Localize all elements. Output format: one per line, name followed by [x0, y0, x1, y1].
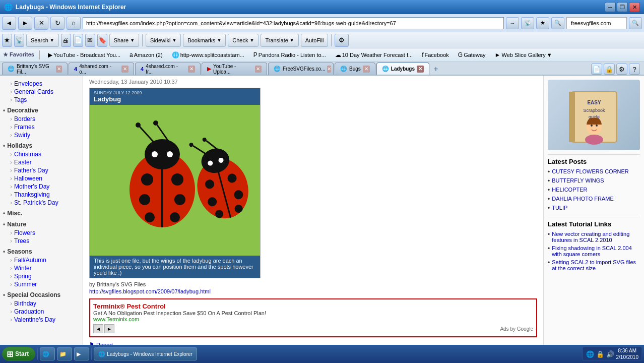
fav-facebook[interactable]: f Facebook	[419, 50, 452, 59]
sidebar-cat-misc[interactable]: • Misc.	[3, 209, 80, 218]
post-link-tulip[interactable]: TULIP	[552, 205, 567, 212]
sidebar-item-thanksgiving[interactable]: Thanksgiving	[3, 191, 80, 199]
ad-prev-button[interactable]: ◄	[93, 324, 103, 333]
share-button[interactable]: Share ▼	[109, 34, 139, 47]
check-button[interactable]: Check ▼	[228, 34, 259, 47]
autofill-button[interactable]: AutoFill	[301, 34, 329, 47]
tutorial-link-3[interactable]: Setting SCAL2 to import SVG files at the…	[552, 259, 640, 271]
search-button[interactable]: Search ▼	[26, 34, 59, 47]
sidebar-item-flowers[interactable]: Flowers	[3, 229, 80, 237]
bookmark-icon[interactable]: 🔖	[97, 34, 107, 47]
post-link-cutesy[interactable]: CUTESY FLOWERS CORNER	[552, 168, 629, 175]
fav-webslice[interactable]: ► Web Slice Gallery ▼	[492, 50, 555, 59]
tutorial-link-2[interactable]: Fixing shadowing in SCAL 2.004 with squa…	[552, 245, 640, 257]
restore-button[interactable]: ❐	[617, 2, 628, 12]
home-button[interactable]: ⌂	[67, 17, 81, 30]
sidebar-item-mothersday[interactable]: Mother's Day	[3, 183, 80, 191]
page-icon[interactable]: 📄	[73, 34, 83, 47]
sidebar-item-christmas[interactable]: Christmas	[3, 150, 80, 158]
sidebar-cat-nature[interactable]: • Nature	[3, 220, 80, 229]
fav-star-button[interactable]: ★	[536, 17, 549, 29]
toolbar-extra-icon[interactable]: ⚙	[335, 34, 349, 47]
post-link-butterfly[interactable]: BUTTERFLY WINGS	[552, 177, 604, 185]
toolbar-feed-icon[interactable]: 📡	[14, 34, 24, 47]
sidebar-cat-decorative[interactable]: • Decorative	[3, 106, 80, 115]
scrapbook-ad[interactable]: EASY Scrapbook guide	[548, 80, 640, 150]
sidebar-item-borders[interactable]: Borders	[3, 115, 80, 123]
sidebar-item-valentinesday[interactable]: Valentine's Day	[3, 316, 80, 324]
quicklaunch-media[interactable]: ▶	[74, 347, 89, 360]
post-link-dahlia[interactable]: DAHLIA PHOTO FRAME	[552, 196, 614, 203]
tab-4shared-1[interactable]: 4 4shared.com - o... ✕	[69, 63, 134, 75]
ad-next-button[interactable]: ►	[104, 324, 114, 333]
article-blog-link[interactable]: http://svgfiles.blogspot.com/2009/07/lad…	[89, 288, 537, 294]
fav-splitcoast[interactable]: 🌐 http-www.splitcoaststam...	[169, 50, 247, 59]
sidebar-cat-seasons[interactable]: • Seasons	[3, 247, 80, 256]
sidebar-cat-holidays[interactable]: • Holidays	[3, 141, 80, 150]
refresh-button[interactable]: ↻	[50, 17, 65, 30]
sidebar-item-fathersday[interactable]: Father's Day	[3, 166, 80, 174]
ad-title[interactable]: Terminix® Pest Control	[93, 302, 533, 310]
tab-youtube[interactable]: ▶ YouTube - Uploa... ✕	[202, 63, 267, 75]
page-menu-button[interactable]: 📄	[591, 64, 602, 75]
quicklaunch-folder[interactable]: 📁	[57, 347, 72, 360]
sidebar-item-envelopes[interactable]: Envelopes	[3, 80, 80, 88]
close-button[interactable]: ✕	[629, 2, 640, 12]
sidebar-item-stpatricks[interactable]: St. Patrick's Day	[3, 199, 80, 207]
translate-button[interactable]: Translate ▼	[261, 34, 298, 47]
search-go-button[interactable]: 🔍	[629, 17, 642, 29]
quicklaunch-ie[interactable]: 🌐	[40, 347, 55, 360]
start-button[interactable]: ⊞ Start	[2, 347, 35, 361]
tab-close-4shared1[interactable]: ✕	[121, 66, 128, 73]
sidebar-cat-specialoccasions[interactable]: • Special Occasions	[3, 290, 80, 299]
tab-close-brittanys[interactable]: ✕	[56, 66, 62, 73]
tab-ladybugs[interactable]: 🌐 Ladybugs ✕	[376, 63, 429, 75]
fav-gateway[interactable]: G Gateway	[455, 50, 489, 59]
sidebar-item-winter[interactable]: Winter	[3, 264, 80, 272]
tutorial-link-1[interactable]: New vector creating and editing features…	[552, 231, 640, 243]
post-link-helicopter[interactable]: HELICOPTER	[552, 187, 587, 194]
sidebar-item-spring[interactable]: Spring	[3, 272, 80, 280]
sidebar-item-easter[interactable]: Easter	[3, 158, 80, 166]
tab-close-4shared2[interactable]: ✕	[188, 66, 195, 73]
toolbar-fav-icon[interactable]: ★	[2, 34, 12, 47]
tab-close-ladybugs[interactable]: ✕	[417, 66, 424, 73]
bookmarks-button[interactable]: Bookmarks ▼	[183, 34, 226, 47]
tools-menu-button[interactable]: ⚙	[616, 64, 627, 75]
fav-amazon[interactable]: a Amazon (2)	[126, 50, 166, 59]
fav-weather[interactable]: ☁ 10 Day Weather Forecast f...	[332, 50, 416, 59]
sidebar-item-fallautumn[interactable]: Fall/Autumn	[3, 256, 80, 264]
tab-bugs[interactable]: 🌐 Bugs ✕	[335, 63, 375, 75]
new-tab-button[interactable]: +	[430, 64, 441, 75]
taskbar-ie-button[interactable]: 🌐 Ladybugs - Windows Internet Explorer	[94, 347, 197, 360]
tab-brittanys-svg[interactable]: 🌐 Brittany's SVG Fil... ✕	[2, 63, 68, 75]
mail-icon[interactable]: ✉	[85, 34, 95, 47]
go-button[interactable]: →	[506, 17, 519, 29]
address-input[interactable]	[83, 17, 504, 29]
tab-close-freesvg[interactable]: ✕	[327, 66, 331, 73]
stop-button[interactable]: ✕	[34, 17, 48, 30]
sidebar-item-halloween[interactable]: Halloween	[3, 174, 80, 183]
volume-tray-icon[interactable]: 🔊	[606, 350, 614, 358]
fav-youtube[interactable]: ▶ YouTube - Broadcast You...	[45, 50, 123, 59]
sidebar-item-birthday[interactable]: Birthday	[3, 299, 80, 308]
sidebar-item-graduation[interactable]: Graduation	[3, 308, 80, 316]
tab-4shared-2[interactable]: 4 4shared.com - fr... ✕	[135, 63, 201, 75]
sidebar-item-generalcards[interactable]: General Cards	[3, 88, 80, 96]
sidebar-item-tags[interactable]: Tags	[3, 96, 80, 104]
print-icon[interactable]: 🖨	[61, 34, 71, 47]
rss-button[interactable]: 📡	[521, 17, 534, 29]
tab-close-youtube[interactable]: ✕	[255, 66, 262, 73]
sidewiki-button[interactable]: Sidewiki ▼	[146, 34, 181, 47]
forward-button[interactable]: ►	[18, 17, 32, 30]
sidebar-item-trees[interactable]: Trees	[3, 237, 80, 245]
safety-menu-button[interactable]: 🔒	[604, 64, 615, 75]
sidebar-item-frames[interactable]: Frames	[3, 123, 80, 131]
minimize-button[interactable]: ─	[605, 2, 616, 12]
back-button[interactable]: ◄	[2, 17, 16, 30]
tab-close-bugs[interactable]: ✕	[363, 66, 370, 73]
fav-pandora[interactable]: P Pandora Radio - Listen to...	[250, 50, 329, 59]
search-button[interactable]: 🔍	[551, 17, 564, 29]
sidebar-item-summer[interactable]: Summer	[3, 280, 80, 288]
tab-freesvg[interactable]: 🌐 FreeSVGFiles.co... ✕	[268, 63, 334, 75]
